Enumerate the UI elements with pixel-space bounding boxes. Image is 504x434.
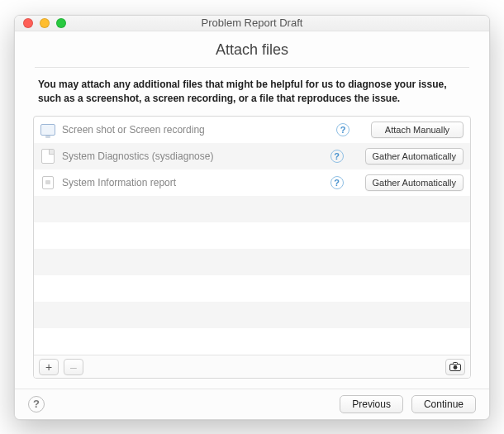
add-button[interactable]: + [39, 359, 59, 375]
titlebar: Problem Report Draft [15, 16, 489, 31]
minimize-icon[interactable] [40, 18, 50, 28]
attachment-row-empty [34, 275, 470, 302]
close-icon[interactable] [23, 18, 33, 28]
attachment-action-button[interactable]: Attach Manually [371, 122, 464, 138]
attachments-list: Screen shot or Screen recording?Attach M… [33, 116, 471, 379]
row-help-icon[interactable]: ? [330, 176, 344, 189]
attachment-row-empty [34, 222, 470, 249]
attachment-label: System Diagnostics (sysdiagnose) [62, 150, 324, 162]
page-title: Attach files [33, 40, 471, 67]
window-title: Problem Report Draft [15, 17, 489, 29]
camera-icon [449, 362, 461, 371]
instructions-text: You may attach any additional files that… [33, 68, 471, 117]
attachment-row[interactable]: System Information report?Gather Automat… [34, 169, 470, 196]
file-icon [41, 149, 55, 164]
svg-rect-1 [454, 363, 458, 365]
camera-button[interactable] [445, 359, 465, 375]
zoom-icon[interactable] [56, 18, 66, 28]
attachment-action-button[interactable]: Gather Automatically [365, 174, 464, 191]
window-controls [15, 18, 66, 28]
row-help-icon[interactable]: ? [330, 150, 344, 163]
dialog-window: Problem Report Draft Attach files You ma… [14, 15, 490, 420]
attachment-row-empty [34, 328, 470, 355]
row-icon-cell [40, 148, 55, 165]
chip-icon [42, 176, 54, 189]
row-icon-cell [40, 122, 55, 138]
attachment-action-button[interactable]: Gather Automatically [365, 148, 464, 165]
previous-button[interactable]: Previous [340, 395, 403, 413]
row-icon-cell [40, 174, 55, 191]
svg-point-2 [454, 365, 458, 370]
attachment-row-empty [34, 249, 470, 275]
remove-button[interactable]: – [64, 359, 83, 375]
attachment-row[interactable]: System Diagnostics (sysdiagnose)?Gather … [34, 143, 470, 169]
monitor-icon [40, 124, 55, 136]
attachment-row-empty [34, 196, 470, 222]
row-help-icon[interactable]: ? [336, 123, 349, 136]
help-button[interactable]: ? [28, 396, 45, 413]
attachment-row-empty [34, 302, 470, 328]
attachment-label: System Information report [62, 177, 324, 188]
attachment-row[interactable]: Screen shot or Screen recording?Attach M… [34, 117, 470, 143]
content-area: Attach files You may attach any addition… [15, 31, 489, 389]
bottom-bar: ? Previous Continue [15, 389, 489, 418]
attachments-rows: Screen shot or Screen recording?Attach M… [34, 117, 470, 355]
attachment-label: Screen shot or Screen recording [62, 124, 330, 136]
continue-button[interactable]: Continue [411, 395, 476, 413]
attachments-toolbar: + – [34, 355, 470, 378]
